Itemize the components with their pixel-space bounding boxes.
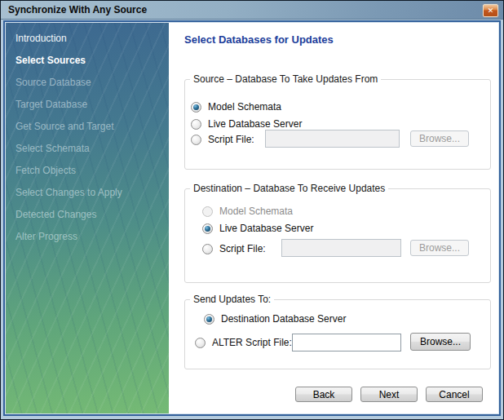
close-button[interactable]: ✕ xyxy=(483,4,498,17)
destination-browse-button: Browse... xyxy=(410,240,469,256)
radio-icon xyxy=(191,119,201,130)
radio-icon xyxy=(191,102,201,113)
step-list: Introduction Select Sources Source Datab… xyxy=(6,23,169,248)
radio-option-source-live-server[interactable]: Live Database Server xyxy=(191,117,302,130)
radio-option-destination-script-file[interactable]: Script File: xyxy=(202,242,266,255)
sidebar-step-select-schemata: Select Schemata xyxy=(6,138,169,160)
cancel-button[interactable]: Cancel xyxy=(426,387,483,402)
radio-option-send-alter-script-file[interactable]: ALTER Script File: xyxy=(195,336,292,349)
sidebar-step-introduction: Introduction xyxy=(6,28,169,50)
back-button[interactable]: Back xyxy=(295,387,352,402)
window-title: Synchronize With Any Source xyxy=(8,4,147,15)
alter-script-file-input[interactable] xyxy=(292,334,401,351)
sidebar-step-get-source-target: Get Source and Target xyxy=(6,116,169,138)
radio-icon xyxy=(202,206,213,217)
sidebar-step-detected-changes: Detected Changes xyxy=(6,204,169,226)
group-destination-title: Destination – Database To Receive Update… xyxy=(190,183,388,194)
page-title: Select Databases for Updates xyxy=(184,33,334,46)
radio-icon xyxy=(204,314,214,325)
wizard-steps-sidebar: Introduction Select Sources Source Datab… xyxy=(6,23,169,413)
window-frame: Introduction Select Sources Source Datab… xyxy=(3,20,501,416)
group-source: Source – Database To Take Updates From M… xyxy=(184,79,491,170)
radio-option-destination-live-server[interactable]: Live Database Server xyxy=(202,222,313,235)
group-send-updates-title: Send Updates To: xyxy=(190,294,274,305)
close-icon: ✕ xyxy=(488,7,494,15)
source-script-file-input xyxy=(265,130,400,148)
client-area: Introduction Select Sources Source Datab… xyxy=(5,22,499,414)
sidebar-step-select-changes: Select Changes to Apply xyxy=(6,182,169,204)
radio-icon xyxy=(202,244,213,254)
sidebar-step-fetch-objects: Fetch Objects xyxy=(6,160,169,182)
group-source-title: Source – Database To Take Updates From xyxy=(190,73,381,85)
radio-option-destination-model-schemata: Model Schemata xyxy=(202,205,293,218)
sidebar-step-source-database: Source Database xyxy=(6,72,169,94)
sidebar-step-target-database: Target Database xyxy=(6,94,169,116)
wizard-window: Synchronize With Any Source ✕ Introducti… xyxy=(0,0,504,420)
destination-script-file-input xyxy=(281,239,401,257)
sidebar-step-select-sources: Select Sources xyxy=(6,50,169,72)
radio-option-send-destination-server[interactable]: Destination Database Server xyxy=(204,312,346,325)
radio-icon xyxy=(195,338,206,348)
next-button[interactable]: Next xyxy=(360,387,418,402)
radio-icon xyxy=(191,135,201,145)
radio-option-source-model-schemata[interactable]: Model Schemata xyxy=(191,100,281,113)
source-browse-button: Browse... xyxy=(410,130,469,147)
wizard-content: Select Databases for Updates Source – Da… xyxy=(169,23,498,413)
sidebar-step-alter-progress: Alter Progress xyxy=(6,226,169,248)
group-send-updates: Send Updates To: Destination Database Se… xyxy=(184,299,491,369)
radio-icon xyxy=(202,223,213,234)
group-destination: Destination – Database To Receive Update… xyxy=(184,188,491,283)
title-bar[interactable]: Synchronize With Any Source ✕ xyxy=(1,1,503,20)
alter-browse-button[interactable]: Browse... xyxy=(410,333,471,351)
radio-option-source-script-file[interactable]: Script File: xyxy=(191,133,254,146)
